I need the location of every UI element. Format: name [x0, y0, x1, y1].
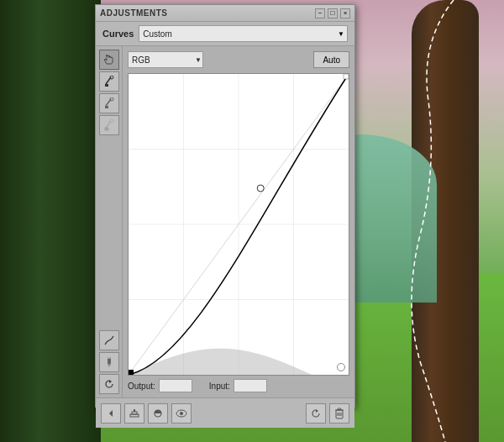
eyedropper-dark-button[interactable] [99, 71, 119, 92]
hand-tool-button[interactable] [99, 50, 119, 70]
close-button[interactable]: × [340, 8, 350, 18]
svg-rect-5 [105, 106, 108, 108]
panel-controls: − □ × [315, 8, 350, 18]
preset-select[interactable]: Custom Default Strong Contrast Linear Co… [139, 25, 348, 42]
svg-rect-12 [108, 357, 111, 359]
main-content-area: RGB Red Green Blue ▼ Auto Output: Input [123, 46, 354, 397]
panel-titlebar: ADJUSTMENTS − □ × [96, 5, 354, 22]
graph-circle-indicator [337, 363, 345, 371]
panel-title: ADJUSTMENTS [100, 8, 168, 18]
svg-rect-17 [134, 409, 135, 412]
input-label: Input: [209, 381, 230, 391]
output-label: Output: [128, 381, 155, 391]
tools-column [96, 46, 123, 397]
svg-marker-13 [109, 380, 112, 383]
svg-marker-14 [109, 410, 113, 417]
eyedropper-mid-button[interactable] [99, 93, 119, 113]
delete-button[interactable] [329, 403, 349, 424]
svg-rect-8 [105, 128, 108, 130]
maximize-button[interactable]: □ [328, 8, 338, 18]
curves-graph[interactable] [128, 73, 349, 376]
minimize-button[interactable]: − [315, 8, 325, 18]
svg-rect-2 [105, 84, 108, 87]
panel-body: RGB Red Green Blue ▼ Auto Output: Input [96, 46, 354, 397]
channel-select-wrap: RGB Red Green Blue ▼ [128, 51, 203, 68]
eye-button[interactable] [171, 403, 192, 424]
adjustments-panel: ADJUSTMENTS − □ × Curves Custom Default … [95, 4, 355, 408]
curves-canvas[interactable] [129, 74, 349, 375]
eyedropper-light-button[interactable] [99, 115, 119, 135]
svg-point-20 [180, 412, 183, 415]
curves-tab-label: Curves [102, 29, 134, 39]
svg-marker-11 [108, 364, 111, 367]
svg-rect-24 [338, 408, 341, 410]
svg-marker-21 [316, 409, 318, 413]
channel-row: RGB Red Green Blue ▼ Auto [128, 51, 349, 68]
input-value-input[interactable] [234, 379, 267, 392]
toggle-visibility-button[interactable] [148, 403, 168, 424]
curves-header: Curves Custom Default Strong Contrast Li… [96, 22, 354, 46]
auto-button[interactable]: Auto [313, 51, 349, 68]
preset-wrap: Custom Default Strong Contrast Linear Co… [139, 25, 348, 42]
back-button[interactable] [101, 403, 121, 424]
output-input-row: Output: Input: [128, 379, 349, 392]
output-value-input[interactable] [159, 379, 192, 392]
svg-rect-16 [132, 412, 137, 414]
reset-button[interactable] [306, 403, 326, 424]
reset-curve-button[interactable] [99, 374, 119, 394]
clip-to-layer-button[interactable] [124, 403, 144, 424]
channel-select[interactable]: RGB Red Green Blue [128, 51, 203, 68]
left-tree [0, 0, 101, 442]
bottom-toolbar [96, 397, 354, 428]
pencil-tool-button[interactable] [99, 352, 119, 372]
curve-tool-button[interactable] [99, 330, 119, 350]
